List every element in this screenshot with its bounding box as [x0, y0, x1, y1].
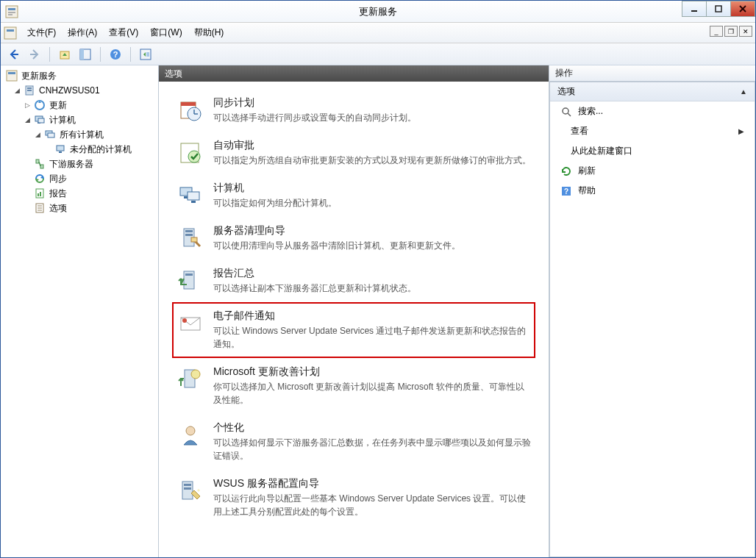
svg-text:?: ?	[113, 50, 118, 59]
minimize-button[interactable]	[682, 1, 707, 17]
tree-toggle[interactable]: ▷	[23, 101, 32, 109]
option-desc: 可以指定如何为组分配计算机。	[213, 196, 531, 210]
action-search[interactable]: 搜索...	[550, 101, 755, 121]
svg-rect-33	[38, 193, 39, 196]
menu-window[interactable]: 窗口(W)	[144, 24, 188, 42]
tree-computers[interactable]: ◢ 计算机	[2, 112, 157, 127]
option-desc: 可以指定为所选组自动审批更新安装的方式以及对现有更新所做修订的审批方式。	[213, 154, 531, 167]
nav-back-button[interactable]	[5, 46, 23, 63]
option-title: 同步计划	[213, 96, 531, 110]
computer-icon	[54, 143, 66, 155]
title-bar: 更新服务	[1, 1, 755, 23]
tree-toggle[interactable]: ◢	[23, 116, 32, 124]
svg-rect-8	[4, 27, 16, 39]
tree-options[interactable]: 选项	[2, 201, 157, 215]
menu-action[interactable]: 操作(A)	[62, 24, 103, 42]
svg-point-60	[186, 426, 195, 435]
option-title: 电子邮件通知	[213, 310, 531, 323]
show-tree-button[interactable]	[76, 46, 94, 63]
actions-header: 操作	[549, 65, 755, 82]
option-title: Microsoft 更新改善计划	[213, 365, 531, 379]
svg-point-57	[182, 318, 187, 323]
mdi-minimize[interactable]: _	[710, 26, 723, 37]
tree-all-computers[interactable]: ◢ 所有计算机	[2, 127, 157, 142]
actions-body: 选项 ▲ 搜索... 查看 ▶ 从此处新建窗口 刷新 ? 帮助	[549, 82, 755, 557]
window-controls	[682, 1, 755, 17]
option-sync-schedule[interactable]: 同步计划 可以选择手动进行同步或设置每天的自动同步计划。	[172, 89, 535, 132]
server-icon	[24, 85, 35, 96]
server-cleanup-icon	[176, 224, 204, 252]
menu-view[interactable]: 查看(V)	[103, 24, 144, 42]
option-wsus-config-wizard[interactable]: WSUS 服务器配置向导 可以运行此向导以配置一些基本 Windows Serv…	[172, 470, 535, 526]
action-new-window[interactable]: 从此处新建窗口	[550, 141, 755, 161]
toolbar-separator	[130, 47, 131, 62]
option-auto-approve[interactable]: 自动审批 可以指定为所选组自动审批更新安装的方式以及对现有更新所做修订的审批方式…	[172, 132, 535, 174]
menu-help[interactable]: 帮助(H)	[188, 24, 230, 42]
option-desc: 可以选择手动进行同步或设置每天的自动同步计划。	[213, 111, 531, 124]
option-title: 个性化	[213, 421, 531, 434]
tree-server[interactable]: ◢ CNHZWSUS01	[2, 83, 157, 98]
tree-sync[interactable]: 同步	[2, 171, 157, 186]
action-help[interactable]: ? 帮助	[550, 181, 755, 201]
mmc-icon	[4, 26, 17, 40]
svg-rect-25	[38, 118, 44, 123]
svg-rect-27	[48, 133, 54, 137]
actions-section-header[interactable]: 选项 ▲	[550, 82, 755, 101]
action-refresh[interactable]: 刷新	[550, 161, 755, 181]
help-button[interactable]: ?	[107, 46, 124, 63]
nav-forward-button[interactable]	[26, 46, 43, 63]
tree-root[interactable]: 更新服务	[2, 68, 157, 83]
tree-updates[interactable]: ▷ 更新	[2, 98, 157, 112]
action-view[interactable]: 查看 ▶	[550, 121, 755, 141]
option-ms-improvement[interactable]: Microsoft 更新改善计划 你可以选择加入 Microsoft 更新改善计…	[172, 358, 535, 414]
clock-calendar-icon	[176, 96, 204, 124]
up-button[interactable]	[56, 46, 74, 63]
option-report-rollup[interactable]: 报告汇总 可以选择让副本下游服务器汇总更新和计算机状态。	[172, 260, 535, 302]
close-button[interactable]	[730, 1, 755, 17]
option-desc: 可以运行此向导以配置一些基本 Windows Server Update Ser…	[213, 492, 531, 518]
mdi-restore[interactable]: ❐	[724, 26, 738, 37]
svg-rect-53	[191, 237, 197, 242]
svg-rect-34	[40, 192, 41, 196]
tree-toggle[interactable]: ◢	[13, 87, 21, 94]
person-icon	[176, 421, 204, 449]
svg-rect-18	[8, 72, 15, 74]
svg-rect-3	[8, 14, 13, 15]
tree-report[interactable]: 报告	[2, 186, 157, 201]
tree-unassigned[interactable]: 未分配的计算机	[2, 142, 157, 157]
option-desc: 可以使用清理向导从服务器中清除旧计算机、更新和更新文件。	[213, 239, 531, 252]
option-email-notification[interactable]: 电子邮件通知 可以让 Windows Server Update Service…	[172, 302, 535, 358]
options-icon	[34, 202, 46, 214]
window-title: 更新服务	[359, 5, 397, 18]
options-list[interactable]: 同步计划 可以选择手动进行同步或设置每天的自动同步计划。 自动审批 可以指定为所…	[159, 82, 549, 557]
report-icon	[34, 187, 46, 199]
option-personalization[interactable]: 个性化 可以选择如何显示下游服务器汇总数据，在任务列表中显示哪些项以及如何显示验…	[172, 414, 535, 470]
option-desc: 你可以选择加入 Microsoft 更新改善计划以提高 Microsoft 软件…	[213, 380, 531, 407]
computers-icon	[34, 114, 46, 126]
svg-rect-28	[57, 146, 64, 151]
connect-button[interactable]	[137, 46, 154, 63]
svg-rect-40	[181, 102, 196, 106]
center-header: 选项	[159, 65, 549, 82]
option-title: 自动审批	[213, 139, 531, 152]
email-icon	[176, 310, 204, 337]
menu-file[interactable]: 文件(F)	[21, 24, 62, 42]
option-desc: 可以选择如何显示下游服务器汇总数据，在任务列表中显示哪些项以及如何显示验证错误。	[213, 436, 531, 462]
svg-rect-21	[27, 90, 32, 91]
mdi-close[interactable]: ✕	[739, 26, 752, 37]
search-icon	[560, 106, 572, 118]
toolbar-separator	[49, 47, 50, 62]
option-computers[interactable]: 计算机 可以指定如何为组分配计算机。	[172, 174, 535, 217]
center-panel: 选项 同步计划 可以选择手动进行同步或设置每天的自动同步计划。 自动审批 可以指…	[159, 65, 549, 557]
sync-icon	[34, 173, 46, 185]
option-cleanup-wizard[interactable]: 服务器清理向导 可以使用清理向导从服务器中清除旧计算机、更新和更新文件。	[172, 217, 535, 260]
improvement-icon	[176, 365, 204, 393]
tree-downstream[interactable]: 下游服务器	[2, 157, 157, 171]
tree-toggle[interactable]: ◢	[33, 131, 42, 138]
maximize-button[interactable]	[706, 1, 731, 17]
svg-rect-9	[7, 29, 14, 32]
help-icon: ?	[560, 185, 572, 197]
svg-rect-20	[27, 87, 32, 89]
option-desc: 可以让 Windows Server Update Services 通过电子邮…	[213, 324, 531, 351]
svg-rect-63	[184, 487, 191, 490]
